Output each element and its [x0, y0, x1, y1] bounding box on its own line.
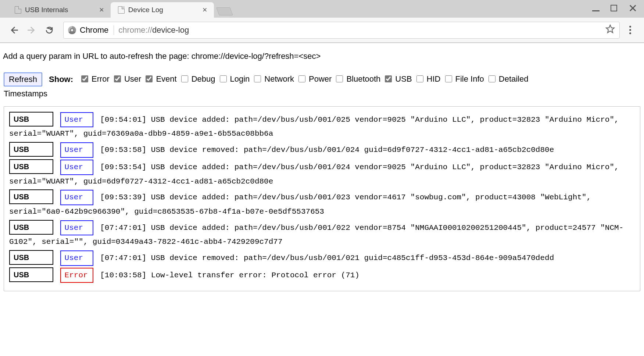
log-entry: USB User [09:54:01] USB device added: pa… — [9, 112, 635, 140]
tab-usb-internals[interactable]: USB Internals× — [7, 2, 111, 18]
timestamps-label: Timestamps — [2, 88, 642, 100]
log-type-tag: USB — [9, 112, 53, 127]
show-label: Show: — [49, 74, 73, 85]
filter-user[interactable]: User — [112, 73, 141, 85]
chrome-icon — [68, 26, 76, 34]
filter-power[interactable]: Power — [297, 73, 332, 85]
filter-checkbox-event[interactable] — [146, 75, 153, 82]
auto-refresh-hint: Add a query param in URL to auto-refresh… — [2, 50, 642, 62]
tab-close-icon[interactable]: × — [99, 5, 105, 15]
log-level-tag: User — [60, 160, 93, 175]
log-timestamp: [10:03:58] — [100, 271, 146, 280]
log-message: USB device added: path=/dev/bus/usb/001/… — [9, 193, 591, 216]
page-icon — [118, 6, 125, 14]
filter-checkbox-network[interactable] — [254, 75, 261, 82]
filter-label: Debug — [192, 73, 215, 85]
bookmark-star-icon[interactable] — [605, 24, 615, 36]
log-level-tag: User — [60, 142, 93, 158]
filter-label: HID — [427, 73, 441, 85]
browser-menu-button[interactable] — [623, 24, 637, 36]
page-content: Add a query param in URL to auto-refresh… — [0, 43, 644, 295]
filter-checkbox-usb[interactable] — [385, 75, 392, 82]
filter-label: File Info — [455, 73, 484, 85]
filter-debug[interactable]: Debug — [180, 73, 215, 85]
forward-button[interactable] — [24, 23, 39, 38]
filter-checkbox-debug[interactable] — [181, 75, 188, 82]
tab-close-icon[interactable]: × — [202, 5, 208, 15]
refresh-button[interactable]: Refresh — [4, 72, 42, 86]
log-message: USB device removed: path=/dev/bus/usb/00… — [151, 254, 554, 262]
svg-marker-0 — [606, 25, 614, 33]
filter-label: User — [124, 73, 141, 85]
omnibox[interactable]: Chrome chrome://device-log — [63, 22, 620, 39]
filter-label: Event — [156, 73, 176, 85]
filter-hid[interactable]: HID — [415, 73, 441, 85]
filter-label: Login — [230, 73, 250, 85]
omnibox-origin: Chrome — [68, 25, 114, 35]
browser-toolbar: Chrome chrome://device-log — [0, 18, 644, 43]
reload-button[interactable] — [42, 23, 57, 38]
log-type-tag: USB — [9, 189, 53, 204]
controls-row: Refresh Show: ErrorUserEventDebugLoginNe… — [2, 72, 642, 86]
filter-label: Bluetooth — [346, 73, 380, 85]
filter-label: Network — [264, 73, 294, 85]
filter-checkbox-user[interactable] — [114, 75, 121, 82]
omnibox-url: chrome://device-log — [118, 25, 189, 35]
log-entry: USB User [07:47:01] USB device added: pa… — [9, 220, 635, 249]
log-entry: USB User [09:53:54] USB device added: pa… — [9, 159, 635, 188]
filter-checkbox-power[interactable] — [298, 75, 305, 82]
minimize-button[interactable] — [592, 4, 600, 13]
tab-title: USB Internals — [25, 6, 95, 14]
log-type-tag: USB — [9, 220, 53, 235]
filter-checkbox-file-info[interactable] — [445, 75, 452, 82]
log-entry: USB User [09:53:39] USB device added: pa… — [9, 189, 635, 218]
log-message: Low-level transfer error: Protocol error… — [151, 271, 359, 280]
tab-strip: USB Internals×Device Log× ✕ — [0, 0, 644, 18]
filter-event[interactable]: Event — [144, 73, 176, 85]
log-level-tag: User — [60, 220, 93, 236]
filter-checkbox-login[interactable] — [220, 75, 227, 82]
new-tab-button[interactable] — [216, 7, 233, 15]
log-type-tag: USB — [9, 159, 53, 174]
tab-device-log[interactable]: Device Log× — [111, 2, 214, 18]
filter-checkbox-detailed[interactable] — [489, 75, 495, 82]
filter-label: USB — [395, 73, 412, 85]
log-level-tag: User — [60, 190, 93, 205]
log-entry: USB User [07:47:01] USB device removed: … — [9, 250, 635, 266]
log-entry: USB User [09:53:58] USB device removed: … — [9, 142, 635, 158]
filter-checkbox-hid[interactable] — [416, 75, 423, 82]
filter-login[interactable]: Login — [218, 73, 250, 85]
log-timestamp: [07:47:01] — [100, 224, 146, 232]
window-controls: ✕ — [592, 3, 637, 14]
log-entry: USB Error [10:03:58] Low-level transfer … — [9, 267, 635, 283]
filter-usb[interactable]: USB — [383, 73, 412, 85]
log-level-tag: Error — [60, 268, 93, 283]
filter-label: Detailed — [499, 73, 529, 85]
log-timestamp: [09:53:58] — [100, 146, 146, 154]
filter-bluetooth[interactable]: Bluetooth — [334, 73, 380, 85]
filter-network[interactable]: Network — [253, 73, 294, 85]
filter-detailed[interactable]: Detailed — [487, 73, 529, 85]
log-timestamp: [09:53:39] — [100, 193, 146, 202]
close-window-button[interactable]: ✕ — [628, 3, 637, 14]
filter-label: Error — [92, 73, 110, 85]
page-icon — [15, 6, 21, 14]
maximize-button[interactable] — [611, 4, 617, 13]
log-timestamp: [09:54:01] — [100, 115, 146, 124]
back-button[interactable] — [7, 23, 21, 38]
log-type-tag: USB — [9, 250, 53, 265]
log-timestamp: [07:47:01] — [100, 254, 146, 262]
filter-file-info[interactable]: File Info — [444, 73, 484, 85]
log-message: USB device removed: path=/dev/bus/usb/00… — [151, 146, 554, 154]
filter-label: Power — [309, 73, 332, 85]
browser-chrome: USB Internals×Device Log× ✕ Chrome chrom… — [0, 0, 644, 43]
filter-checkbox-bluetooth[interactable] — [336, 75, 343, 82]
tab-title: Device Log — [128, 6, 198, 14]
filter-error[interactable]: Error — [80, 73, 110, 85]
log-type-tag: USB — [9, 267, 53, 282]
log-type-tag: USB — [9, 142, 53, 157]
filter-checkbox-error[interactable] — [81, 75, 88, 82]
log-level-tag: User — [60, 112, 93, 128]
log-box: USB User [09:54:01] USB device added: pa… — [4, 106, 640, 292]
log-timestamp: [09:53:54] — [100, 163, 146, 171]
